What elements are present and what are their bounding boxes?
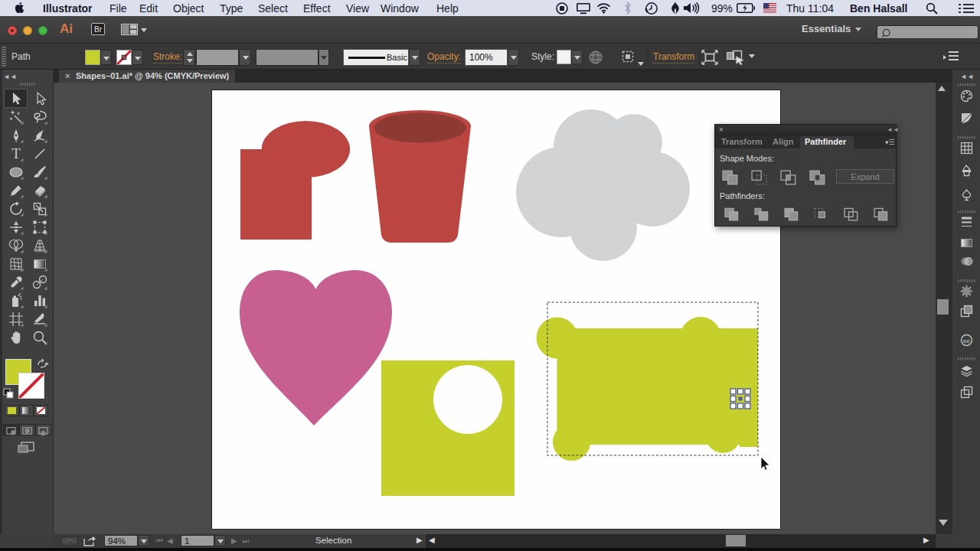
- svg-text:T: T: [11, 146, 21, 161]
- svg-text:cc: cc: [963, 337, 970, 344]
